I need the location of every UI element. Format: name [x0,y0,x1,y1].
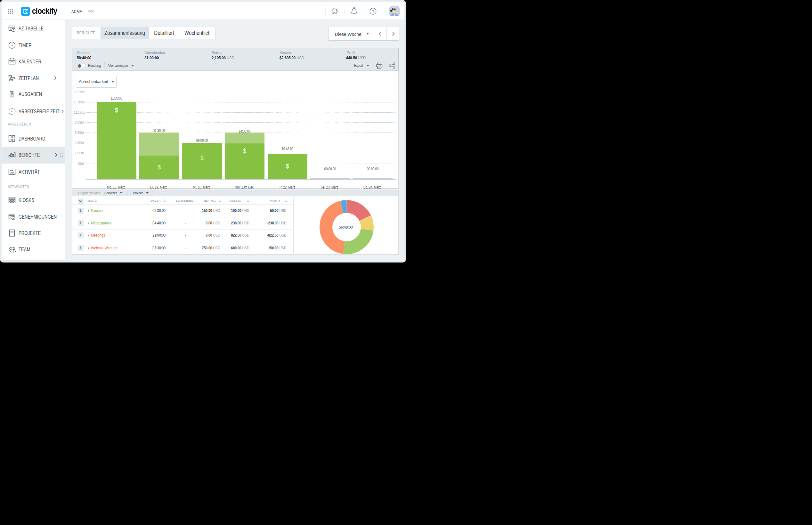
svg-text:56:48:00: 56:48:00 [339,225,353,230]
svg-text:?: ? [372,9,374,13]
